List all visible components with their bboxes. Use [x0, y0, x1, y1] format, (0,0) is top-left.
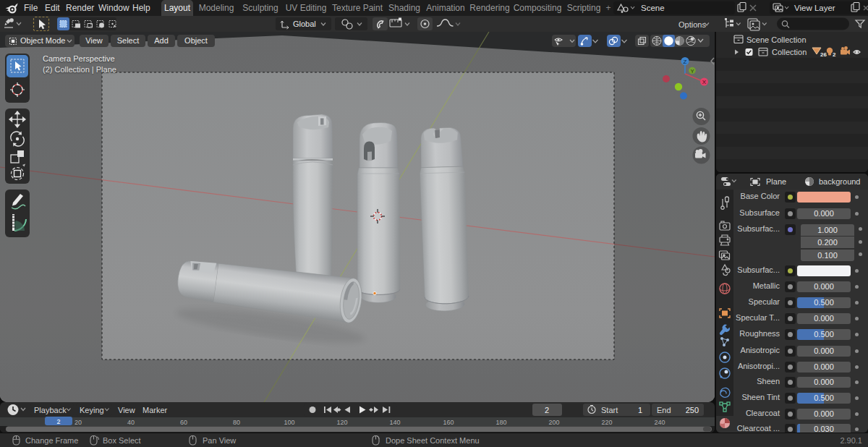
svg-text:200: 200 [548, 419, 559, 426]
svg-text:160: 160 [443, 419, 454, 426]
svg-text:End: End [657, 406, 671, 414]
svg-text:250: 250 [686, 406, 699, 414]
svg-text:Marker: Marker [142, 406, 168, 414]
svg-text:View: View [118, 406, 135, 414]
svg-text:Global: Global [293, 20, 316, 28]
svg-text:Scene: Scene [641, 4, 665, 12]
svg-text:Change Frame: Change Frame [25, 436, 78, 445]
svg-text:220: 220 [601, 419, 612, 426]
svg-text:Start: Start [601, 406, 618, 414]
svg-text:180: 180 [495, 419, 506, 426]
svg-text:Options: Options [678, 20, 706, 29]
svg-text:View Layer: View Layer [794, 4, 835, 12]
svg-text:2: 2 [833, 51, 836, 58]
svg-text:Box Select: Box Select [103, 436, 141, 445]
svg-text:Plane: Plane [766, 177, 786, 186]
svg-text:100: 100 [284, 419, 294, 426]
svg-text:2.90.1: 2.90.1 [840, 436, 862, 445]
svg-text:240: 240 [654, 419, 665, 426]
svg-text:Scene Collection: Scene Collection [746, 35, 807, 44]
svg-text:2: 2 [56, 418, 60, 425]
svg-text:Y: Y [691, 69, 694, 74]
svg-text:60: 60 [180, 419, 187, 426]
svg-text:140: 140 [389, 419, 400, 426]
svg-text:2: 2 [545, 406, 549, 414]
svg-text:X: X [702, 79, 707, 85]
svg-text:120: 120 [336, 419, 347, 426]
svg-text:40: 40 [127, 419, 135, 426]
svg-text:Keying: Keying [80, 406, 104, 414]
svg-text:background: background [819, 177, 861, 186]
svg-text:Playback: Playback [34, 406, 67, 414]
svg-text:20: 20 [75, 419, 82, 426]
svg-text:1: 1 [638, 406, 642, 414]
svg-text:Dope Sheet Context Menu: Dope Sheet Context Menu [386, 436, 480, 445]
svg-text:Z: Z [684, 59, 687, 65]
svg-text:26: 26 [820, 51, 827, 58]
svg-text:80: 80 [233, 419, 240, 426]
svg-text:Pan View: Pan View [203, 436, 236, 445]
svg-text:Collection: Collection [772, 48, 807, 56]
